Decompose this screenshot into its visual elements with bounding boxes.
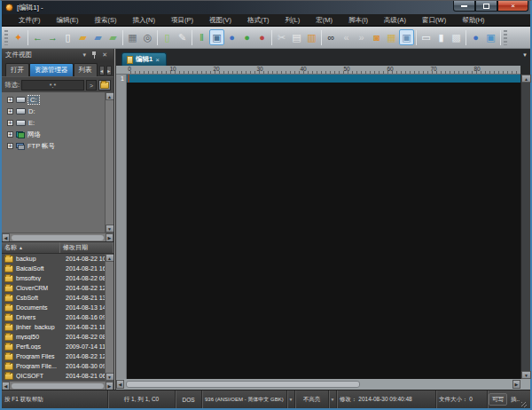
expand-icon[interactable]: + [7,143,13,149]
folder-add-button[interactable]: ▰ [106,29,121,45]
replace-button[interactable]: ◙ [369,29,384,45]
scroll-left-icon[interactable]: ◀ [2,382,10,390]
close-button[interactable]: × [497,1,528,12]
print-button[interactable]: ▦ [125,29,140,45]
file-row[interactable]: jinher_backup2014-08-21 18 [2,322,105,332]
scroll-up-icon[interactable]: ▲ [521,75,531,83]
table-button[interactable]: ▦ [384,29,399,45]
scroll-left-icon[interactable]: ◀ [116,380,124,389]
status-line-ending[interactable]: DOS [176,390,202,408]
scroll-right-icon[interactable]: ▶ [106,233,113,242]
back-button[interactable]: ← [30,29,45,45]
file-list-vertical-scrollbar[interactable]: ▲ ▼ [105,254,113,381]
text-editing-area[interactable] [127,75,520,379]
expand-icon[interactable]: + [7,108,13,114]
file-row[interactable]: BaicaiSoft2014-08-21 16 [2,264,105,273]
cut-button[interactable]: ✂ [274,29,289,45]
maximize-button[interactable] [475,1,497,12]
globe-blue-button[interactable]: ● [224,29,239,45]
column-mode-button[interactable]: ‖ [194,29,209,45]
file-row[interactable]: bmsoftxy2014-08-22 08 [2,273,105,283]
menu-format[interactable]: 格式(T) [239,14,278,27]
tab-explorer[interactable]: 资源管理器 [29,63,74,76]
scroll-up-icon[interactable]: ▲ [106,92,114,100]
sidebar-close-button[interactable]: ✕ [99,51,110,59]
file-row[interactable]: CsbSoft2014-08-21 13 [2,293,105,303]
menu-edit[interactable]: 编辑(E) [49,14,87,27]
tree-item-ftp[interactable]: + FTP 帐号 [2,140,105,152]
tree-horizontal-scrollbar[interactable]: ◀ ▶ [2,233,113,241]
tab-scroll-left[interactable]: ◂ [99,66,105,75]
scroll-thumb[interactable] [126,381,360,388]
tree-vertical-scrollbar[interactable]: ▲ ▼ [105,92,113,233]
open-folder-button[interactable]: ▰ [75,29,90,45]
image-tool-button[interactable]: ▣ [399,29,414,45]
editor-vertical-scrollbar[interactable]: ▲ ▼ [520,75,530,379]
menu-window[interactable]: 窗口(W) [414,14,454,27]
forward-button[interactable]: → [45,29,60,45]
tab-list-dropdown-icon[interactable]: ▼ [522,52,528,58]
tab-close-icon[interactable]: × [155,56,160,64]
paste-button[interactable]: ▥ [304,29,319,45]
status-insert-mode[interactable]: 插.. [508,390,520,408]
scroll-left-icon[interactable]: ◀ [2,233,10,242]
tree-item-c-drive[interactable]: + C: [2,94,105,106]
menu-macro[interactable]: 宏(M) [308,14,340,27]
titlebar[interactable]: [编辑1] - × [2,1,530,14]
file-row[interactable]: Drivers2014-08-16 09 [2,312,105,322]
editor-tab[interactable]: 编辑1 × [121,52,167,66]
menu-search[interactable]: 搜索(S) [87,14,125,27]
status-highlight-mode[interactable]: 不高亮 [295,390,329,408]
file-row[interactable]: Program File...2014-08-30 09 [2,361,105,371]
ue-logo-button[interactable]: ✦ [11,29,26,45]
status-writable-toggle[interactable]: 可写 [489,393,507,406]
insert-image-button[interactable]: ▣ [483,29,498,45]
tab-scroll-right[interactable]: ▸ [106,66,112,75]
sidebar-menu-button[interactable]: ▾ [81,51,90,59]
tree-item-d-drive[interactable]: + D: [2,106,105,117]
column-header-name[interactable]: 名称 ▲ [2,242,60,253]
file-list-horizontal-scrollbar[interactable]: ◀ ▶ [2,381,113,390]
filter-folder-button[interactable] [98,80,111,91]
new-file-button[interactable]: ▯ [60,29,75,45]
file-row[interactable]: Program Files2014-08-22 12 [2,351,105,361]
cascade-windows-button[interactable]: ▩ [449,29,464,45]
find-button[interactable]: ∞ [324,29,339,45]
scroll-up-icon[interactable]: ▲ [106,254,114,262]
tree-item-e-drive[interactable]: + E: [2,117,105,129]
menu-insert[interactable]: 插入(N) [125,14,163,27]
split-horizontal-button[interactable]: ▭ [419,29,434,45]
print-preview-button[interactable]: ◎ [140,29,155,45]
resize-grip[interactable] [520,390,528,408]
file-row[interactable]: CloverCRM2014-08-22 12 [2,283,105,293]
scroll-thumb[interactable] [12,383,104,389]
folder-button[interactable]: ▰ [90,29,106,45]
file-row[interactable]: Documents2014-08-13 14 [2,303,105,312]
prev-mark-button[interactable]: « [339,29,354,45]
menu-view[interactable]: 视图(V) [201,14,239,27]
minimize-button[interactable] [453,1,475,12]
file-row[interactable]: PerfLogs2009-07-14 11 [2,342,105,351]
expand-icon[interactable]: + [7,97,13,103]
toolbar-grip[interactable] [504,30,507,45]
filter-go-button[interactable]: > [86,80,97,91]
next-mark-button[interactable]: » [354,29,369,45]
expand-icon[interactable]: + [7,120,13,126]
file-row[interactable]: QICSOFT2014-08-21 06 [2,371,105,381]
pin-icon[interactable] [91,51,97,59]
scroll-right-icon[interactable]: ▶ [512,380,520,389]
tree-item-network[interactable]: + 网络 [2,129,105,140]
menu-column[interactable]: 列(L) [278,14,309,27]
copy-button[interactable]: ▤ [289,29,304,45]
scroll-down-icon[interactable]: ▼ [106,373,114,381]
status-encoding[interactable]: 936 (ANSI/OEM - 简体中文 GBK) [202,390,287,408]
toolbar-grip[interactable] [4,30,8,45]
scroll-thumb[interactable] [12,235,104,240]
tab-list[interactable]: 列表 [74,63,98,76]
menu-project[interactable]: 项目(P) [163,14,201,27]
file-row[interactable]: mysql502014-08-22 08 [2,332,105,342]
scroll-down-icon[interactable]: ▼ [521,371,531,379]
encoding-dropdown-icon[interactable]: ▼ [287,390,295,408]
filter-input[interactable]: *.* [21,80,84,91]
column-header-date[interactable]: 修改日期 [60,242,113,253]
